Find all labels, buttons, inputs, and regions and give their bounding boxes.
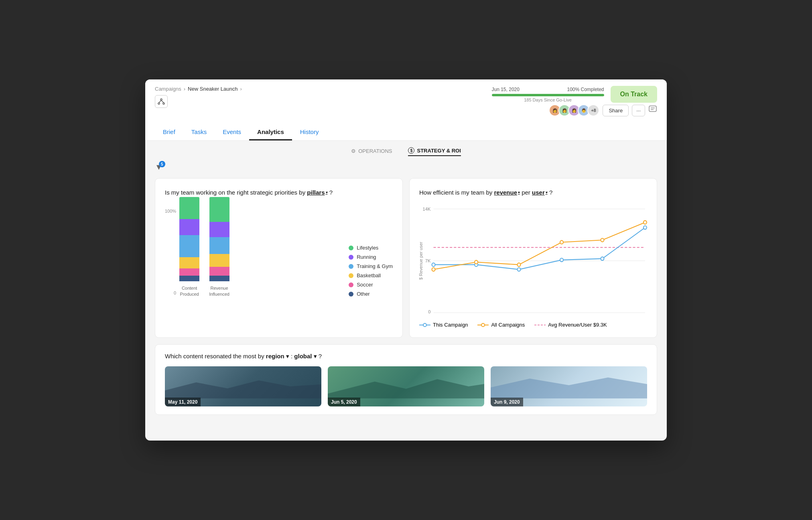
legend-running: Running bbox=[349, 254, 393, 260]
global-arrow: ▾ bbox=[314, 353, 317, 360]
breadcrumb-sep1: › bbox=[184, 86, 185, 92]
bar-chart-area: 100% 0 bbox=[165, 205, 393, 297]
subnav-strategy-label: STRATEGY & ROI bbox=[417, 148, 461, 154]
progress-bar-fill bbox=[492, 94, 604, 96]
filter-badge: 5 bbox=[159, 161, 165, 167]
line-chart-area: 14K 7K 0 $ Revenue per user bbox=[419, 205, 647, 317]
tab-events[interactable]: Events bbox=[215, 124, 249, 140]
svg-text:Day 90: Day 90 bbox=[554, 316, 568, 317]
content-image-1[interactable]: May 11, 2020 bbox=[165, 366, 321, 406]
subnav-operations-label: OPERATIONS bbox=[358, 148, 392, 154]
progress-section: Jun 15, 2020 100% Completed 185 Days Sin… bbox=[492, 86, 657, 103]
svg-point-1 bbox=[158, 103, 160, 104]
region-arrow: ▾ bbox=[286, 353, 289, 360]
line-chart-legend: This Campaign All Campaigns Avg Rev bbox=[419, 322, 647, 328]
svg-point-19 bbox=[560, 258, 563, 262]
filter-button[interactable]: ▼ 5 bbox=[155, 162, 163, 172]
legend-label-training: Training & Gym bbox=[357, 263, 393, 269]
seg-basketball-1 bbox=[179, 257, 199, 268]
content-images: May 11, 2020 Jun 5, 2020 Jun 9, 2020 bbox=[165, 366, 647, 406]
content-image-2[interactable]: Jun 5, 2020 bbox=[328, 366, 484, 406]
svg-text:Day 30: Day 30 bbox=[469, 316, 483, 317]
seg-training-2 bbox=[209, 237, 229, 254]
tab-analytics[interactable]: Analytics bbox=[249, 124, 292, 140]
legend-lifestyles: Lifestyles bbox=[349, 245, 393, 251]
tab-brief[interactable]: Brief bbox=[155, 124, 183, 140]
progress-start-date: Jun 15, 2020 bbox=[492, 87, 520, 92]
all-campaigns-label: All Campaigns bbox=[491, 322, 525, 328]
tab-tasks[interactable]: Tasks bbox=[183, 124, 215, 140]
content-image-3[interactable]: Jun 9, 2020 bbox=[491, 366, 647, 406]
content-image-3-date: Jun 9, 2020 bbox=[491, 398, 523, 406]
avg-revenue-line-icon bbox=[534, 323, 546, 327]
filter-bar: ▼ 5 bbox=[155, 162, 657, 172]
bar-chart-legend: Lifestyles Running Training & Gym B bbox=[342, 245, 393, 297]
pillars-label: pillars bbox=[307, 188, 325, 197]
seg-running-2 bbox=[209, 222, 229, 237]
seg-lifestyles-2 bbox=[209, 197, 229, 222]
svg-point-26 bbox=[601, 238, 604, 242]
this-campaign-line-icon bbox=[419, 323, 430, 327]
all-campaigns-line-icon bbox=[477, 323, 489, 327]
more-button[interactable]: ··· bbox=[632, 105, 645, 116]
y-label-0: 0 bbox=[174, 290, 176, 295]
subnav-operations[interactable]: ⚙ OPERATIONS bbox=[351, 148, 392, 156]
svg-point-2 bbox=[163, 103, 164, 104]
legend-label-other: Other bbox=[357, 291, 370, 297]
svg-line-3 bbox=[159, 100, 161, 103]
subnav-strategy[interactable]: $ STRATEGY & ROI bbox=[408, 147, 461, 156]
content-region-dropdown[interactable]: region ▾ bbox=[266, 353, 291, 360]
region-label: region bbox=[266, 353, 284, 360]
org-icon[interactable] bbox=[155, 95, 168, 108]
progress-dates: Jun 15, 2020 100% Completed bbox=[492, 87, 604, 92]
line-chart-suffix: ? bbox=[549, 189, 552, 196]
bar-chart-card: Is my team working on the right strategi… bbox=[155, 178, 403, 338]
svg-point-0 bbox=[160, 99, 162, 100]
progress-days: 185 Days Since Go-Live bbox=[492, 98, 604, 102]
progress-bar-wrap bbox=[492, 94, 604, 96]
line-chart-card: How efficient is my team by revenue ▾ pe… bbox=[409, 178, 657, 338]
bars-group: ContentProduced bbox=[179, 209, 229, 297]
content-global-dropdown[interactable]: global ▾ bbox=[294, 353, 319, 360]
breadcrumb-campaign[interactable]: New Sneaker Launch bbox=[188, 86, 238, 92]
breadcrumb-campaigns[interactable]: Campaigns bbox=[155, 86, 181, 92]
bar-label-1: ContentProduced bbox=[180, 285, 199, 297]
svg-point-24 bbox=[517, 263, 520, 266]
comment-button[interactable] bbox=[648, 105, 657, 116]
legend-training: Training & Gym bbox=[349, 263, 393, 269]
svg-point-16 bbox=[432, 263, 435, 266]
on-track-button[interactable]: On Track bbox=[611, 86, 657, 103]
bar-label-2: RevenueInfluenced bbox=[209, 285, 229, 297]
seg-running-1 bbox=[179, 219, 199, 235]
line-chart-dropdown-user[interactable]: user ▾ bbox=[532, 188, 548, 197]
line-chart-dropdown-revenue[interactable]: revenue ▾ bbox=[494, 188, 520, 197]
seg-training-1 bbox=[179, 235, 199, 257]
line-chart-title: How efficient is my team by revenue ▾ pe… bbox=[419, 188, 647, 197]
tab-history[interactable]: History bbox=[292, 124, 327, 140]
legend-dot-running bbox=[349, 255, 353, 260]
stacked-bar-1 bbox=[179, 197, 199, 281]
svg-point-23 bbox=[475, 260, 478, 264]
sub-nav: ⚙ OPERATIONS $ STRATEGY & ROI bbox=[155, 147, 657, 156]
progress-completion: 100% Completed bbox=[567, 87, 604, 92]
bar-chart-visual: 100% 0 bbox=[165, 205, 333, 297]
bar-y-labels: 100% 0 bbox=[165, 209, 176, 297]
user-arrow: ▾ bbox=[546, 190, 548, 195]
pillars-arrow: ▾ bbox=[326, 190, 328, 195]
legend-label-basketball: Basketball bbox=[357, 272, 381, 278]
line-per: per bbox=[522, 189, 532, 196]
app-window: Campaigns › New Sneaker Launch › bbox=[145, 79, 667, 441]
revenue-label: revenue bbox=[494, 188, 517, 197]
seg-other-2 bbox=[209, 276, 229, 281]
svg-point-18 bbox=[517, 268, 520, 271]
content-section-title: Which content resonated the most by regi… bbox=[165, 353, 647, 360]
bar-chart-dropdown-pillars[interactable]: pillars ▾ bbox=[307, 188, 327, 197]
line-chart-prefix: How efficient is my team by bbox=[419, 189, 492, 196]
avatar-count[interactable]: +8 bbox=[587, 104, 599, 116]
progress-info: Jun 15, 2020 100% Completed 185 Days Sin… bbox=[492, 87, 604, 102]
legend-dot-basketball bbox=[349, 273, 353, 278]
share-button[interactable]: Share bbox=[603, 105, 629, 116]
operations-icon: ⚙ bbox=[351, 148, 356, 154]
content-image-1-date: May 11, 2020 bbox=[165, 398, 201, 406]
avg-revenue-label: Avg Revenue/User $9.3K bbox=[548, 322, 607, 328]
